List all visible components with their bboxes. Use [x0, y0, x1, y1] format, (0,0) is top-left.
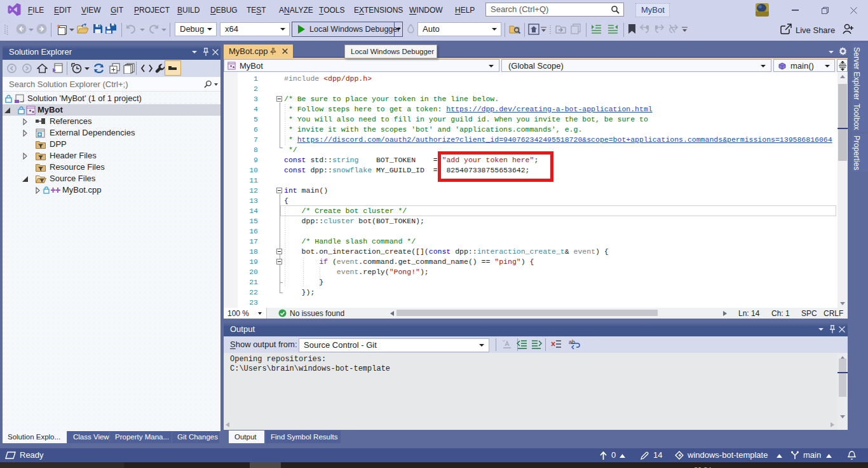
- svg-text:ab: ab: [569, 339, 575, 345]
